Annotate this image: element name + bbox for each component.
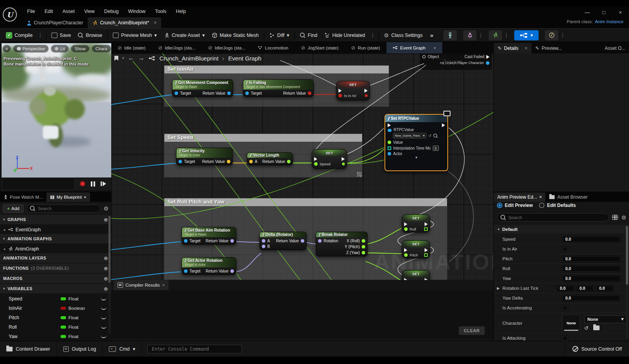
node-set-pitch[interactable]: SET Pitch (402, 240, 430, 258)
variable-row-isinair[interactable]: IsInAirBoolean (0, 304, 111, 313)
edit-preview-radio[interactable]: Edit Preview (497, 203, 533, 208)
node-get-velocity[interactable]: ƒGet VelocityTarget is Actor TargetRetur… (176, 148, 233, 165)
compile-button[interactable]: ✓Compile (2, 29, 36, 41)
variable-row-pitch[interactable]: PitchFloat (0, 313, 111, 322)
menu-tools[interactable]: Tools (151, 7, 171, 15)
menu-edit[interactable]: Edit (40, 7, 57, 15)
is-attacking-checkbox[interactable] (562, 335, 568, 341)
rotation-pin[interactable] (318, 239, 322, 243)
exec-out-pin[interactable] (425, 222, 428, 226)
animgraph-mode-button[interactable] (545, 30, 558, 40)
a-pin[interactable] (249, 160, 253, 163)
tab-compiler-results[interactable]: Compiler Results × (114, 280, 169, 290)
tab-locomotion[interactable]: Locomotion (252, 42, 294, 53)
target-pin[interactable] (184, 269, 188, 273)
mesh-mode-button[interactable] (463, 30, 476, 40)
node-get-actor-rotation[interactable]: ƒGet Actor RotationTarget is Actor Targe… (182, 257, 236, 275)
y-pitch-pin[interactable] (362, 245, 365, 249)
preview-viewport[interactable]: ≡ Perspective Lit Show Chara Previewing … (2, 43, 111, 177)
exec-in-pin[interactable] (314, 157, 317, 161)
exec-out-pin[interactable] (442, 123, 445, 127)
return-value-pin[interactable] (230, 269, 234, 273)
pause-icon[interactable] (91, 181, 95, 187)
find-button[interactable]: Find (296, 29, 321, 41)
exec-in-pin[interactable] (388, 123, 391, 127)
use-selected-icon[interactable]: ↺ (584, 325, 589, 331)
tab-jogstart-state[interactable]: ⊘JogStart (state) (294, 42, 345, 53)
tab-asset-browser[interactable]: Asset Browser (545, 192, 591, 202)
exec-in-pin[interactable] (404, 222, 407, 226)
compiler-results-body[interactable]: CLEAR (111, 290, 493, 339)
timeline-box[interactable] (2, 177, 75, 190)
return-value-pin[interactable] (301, 239, 304, 243)
variable-row-roll[interactable]: RollFloat (0, 322, 111, 332)
animgraph-options-icon[interactable]: ⋮ (558, 32, 566, 38)
roll-pin[interactable] (404, 227, 408, 231)
node-vector-length[interactable]: ƒVector Length AReturn Value (247, 152, 293, 165)
details-scrollbar[interactable] (626, 225, 628, 339)
node-set-isinair[interactable]: SET Is in Air (336, 81, 370, 101)
character-dropdown[interactable]: None▾ (584, 315, 627, 323)
rlt-y-input[interactable]: 0.0 (576, 285, 594, 292)
exec-out-pin[interactable] (425, 248, 428, 252)
preview-mesh-button[interactable]: Preview Mesh▾ (109, 29, 160, 41)
mesh-options-icon[interactable]: ⋮ (476, 32, 485, 38)
lit-button[interactable]: Lit (51, 45, 69, 53)
save-button[interactable]: Save (48, 29, 75, 41)
close-tab-icon[interactable]: × (154, 20, 156, 26)
browse-asset-icon[interactable] (593, 326, 600, 330)
roll-out-pin[interactable] (424, 227, 428, 231)
eye-closed-icon[interactable] (101, 316, 107, 319)
item-eventgraph[interactable]: ▸ EventGraph (0, 225, 111, 234)
node-get-movement-component[interactable]: ƒGet Movement ComponentTarget is Pawn Ta… (172, 79, 233, 97)
target-pin[interactable] (178, 160, 182, 163)
character-thumbnail[interactable]: None (562, 315, 580, 332)
close-tab-icon[interactable]: × (525, 46, 528, 51)
section-graphs[interactable]: ▾GRAPHS⊕ (0, 215, 111, 224)
create-asset-button[interactable]: Create Asset▾ (160, 29, 208, 41)
add-variable-icon[interactable]: ⊕ (104, 286, 108, 292)
menu-help[interactable]: Help (171, 7, 190, 15)
return-value-pin[interactable] (227, 160, 230, 163)
blueprint-search-input[interactable]: Search (26, 205, 101, 212)
b-pin[interactable] (262, 245, 265, 248)
add-layer-icon[interactable]: ⊕ (104, 255, 108, 261)
target-pin[interactable] (184, 239, 188, 243)
node-set-roll[interactable]: SET Roll (402, 214, 430, 232)
node-set-rtpcvalue[interactable]: ƒSet RTPCValue RTPCValue New_Game_Para▾ … (384, 114, 448, 171)
section-variables[interactable]: ▾VARIABLES⊕ (0, 284, 111, 293)
menu-window[interactable]: Window (124, 7, 150, 15)
is-in-air-checkbox[interactable] (562, 246, 568, 252)
tab-event-graph[interactable]: Event Graph× (386, 42, 442, 53)
x-roll-pin[interactable] (362, 239, 365, 243)
add-button[interactable]: +Add (3, 204, 24, 213)
eye-closed-icon[interactable] (101, 326, 107, 329)
forward-icon[interactable]: → (138, 55, 145, 62)
tab-crunch-player-character[interactable]: CrunchPlayerCharacter (22, 17, 88, 28)
menu-asset[interactable]: Asset (58, 7, 79, 15)
browse-button[interactable]: Browse (74, 29, 106, 41)
class-settings-button[interactable]: ⚙Class Settings (381, 29, 426, 41)
return-value-pin[interactable] (287, 160, 291, 163)
menu-debug[interactable]: Debug (100, 7, 123, 15)
output-log-button[interactable]: Output Log (57, 341, 103, 357)
diff-button[interactable]: Diff▾ (266, 29, 293, 41)
isinair-out-pin[interactable] (365, 94, 368, 97)
exec-out-pin[interactable] (425, 278, 428, 280)
tab-anim-preview-editor[interactable]: Anim Preview Ed...× (494, 192, 545, 202)
exec-out-pin[interactable] (364, 89, 368, 93)
animation-options-icon[interactable]: ⋮ (502, 32, 510, 38)
exec-out-pin[interactable] (342, 157, 345, 161)
skeleton-mode-button[interactable] (443, 30, 457, 40)
tab-preview[interactable]: ✎Preview... (532, 43, 566, 53)
node-delta-rotator[interactable]: ƒDelta (Rotator) AReturn Value B (259, 232, 307, 250)
character-button[interactable]: Chara (92, 45, 111, 53)
browse-icon[interactable] (434, 134, 438, 138)
tab-idle-jogs-1[interactable]: ⊘Idle/Jogs (sta... (152, 42, 202, 53)
add-graph-icon[interactable]: ⊕ (104, 217, 108, 223)
section-macros[interactable]: MACROS⊕ (0, 274, 111, 283)
rlt-z-input[interactable]: 0.0 (596, 285, 614, 292)
expander-icon[interactable]: ▶ (497, 286, 502, 290)
bookmark-chevron-icon[interactable]: ▾ (122, 56, 124, 60)
eye-closed-icon[interactable] (101, 297, 107, 300)
